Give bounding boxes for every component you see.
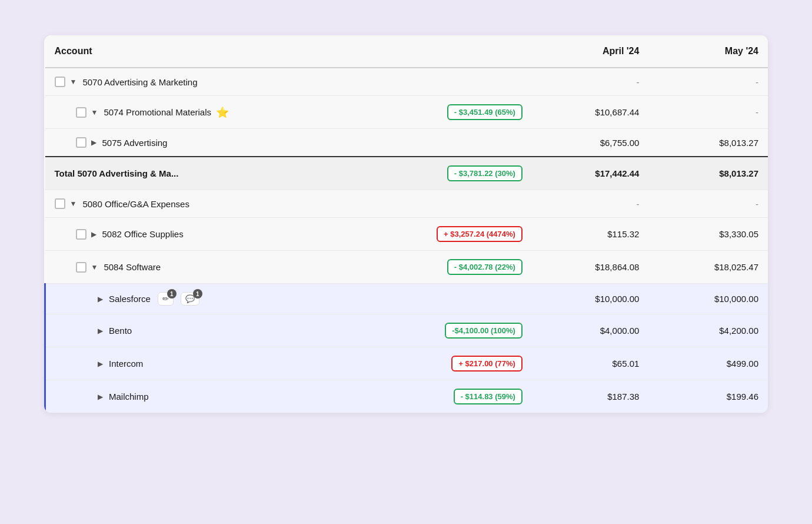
may-value: $8,013.27	[648, 129, 768, 157]
may-value: -	[648, 68, 768, 96]
badge-cell: - $3,451.49 (65%)	[346, 96, 530, 129]
account-header: Account	[45, 35, 347, 68]
collapse-arrow-icon[interactable]: ▼	[70, 78, 77, 86]
april-value: $187.38	[530, 380, 649, 413]
account-cell: ▼5080 Office/G&A Expenses	[45, 190, 347, 218]
april-value: -	[530, 68, 649, 96]
account-cell: ▶Bento	[45, 314, 347, 347]
badge-cell	[346, 68, 530, 96]
expand-arrow-icon[interactable]: ▶	[91, 230, 96, 238]
may-header: May '24	[648, 35, 768, 68]
financial-table: Account April '24 May '24 ▼5070 Advertis…	[44, 35, 768, 413]
account-cell: ▶5082 Office Supplies	[45, 218, 347, 251]
table-row: ▼5074 Promotional Materials⭐- $3,451.49 …	[45, 96, 768, 129]
table-row: ▶Salesforce✏1💬1$10,000.00$10,000.00	[45, 284, 768, 314]
may-value: $199.46	[648, 380, 768, 413]
change-badge: + $3,257.24 (4474%)	[437, 226, 523, 242]
pencil-icon-badge[interactable]: ✏1	[158, 292, 174, 306]
account-name: 5075 Advertising	[102, 138, 168, 148]
expand-arrow-icon[interactable]: ▶	[91, 138, 96, 147]
account-name: Total 5070 Advertising & Ma...	[55, 168, 179, 178]
badge-cell: - $114.83 (59%)	[346, 380, 530, 413]
april-value: $115.32	[530, 218, 649, 251]
table-header: Account April '24 May '24	[45, 35, 768, 68]
collapse-arrow-icon[interactable]: ▼	[91, 263, 98, 271]
row-checkbox[interactable]	[76, 107, 86, 118]
april-value: $65.01	[530, 347, 649, 380]
account-name: 5082 Office Supplies	[102, 229, 184, 239]
account-cell: ▶5075 Advertising	[45, 129, 347, 157]
row-checkbox[interactable]	[55, 198, 65, 209]
account-name: Intercom	[109, 359, 143, 369]
april-value: $10,000.00	[530, 284, 649, 314]
badge-cell	[346, 129, 530, 157]
table-row: ▶Intercom+ $217.00 (77%)$65.01$499.00	[45, 347, 768, 380]
badge-cell: - $4,002.78 (22%)	[346, 251, 530, 284]
table-row: ▶Bento-$4,100.00 (100%)$4,000.00$4,200.0…	[45, 314, 768, 347]
table-row: ▶Mailchimp- $114.83 (59%)$187.38$199.46	[45, 380, 768, 413]
table-row: ▶5075 Advertising$6,755.00$8,013.27	[45, 129, 768, 157]
row-checkbox[interactable]	[55, 77, 65, 87]
row-checkbox[interactable]	[76, 229, 86, 240]
april-value: $17,442.44	[530, 157, 649, 190]
expand-arrow-icon[interactable]: ▶	[98, 295, 103, 303]
april-value: $6,755.00	[530, 129, 649, 157]
change-badge: -$4,100.00 (100%)	[445, 323, 523, 339]
badge-cell: - $3,781.22 (30%)	[346, 157, 530, 190]
may-value: $4,200.00	[648, 314, 768, 347]
collapse-arrow-icon[interactable]: ▼	[91, 108, 98, 117]
badge-cell: -$4,100.00 (100%)	[346, 314, 530, 347]
april-header: April '24	[530, 35, 649, 68]
account-name: Bento	[109, 326, 132, 336]
april-value: $18,864.08	[530, 251, 649, 284]
badge-cell: + $217.00 (77%)	[346, 347, 530, 380]
star-icon[interactable]: ⭐	[216, 106, 229, 119]
account-cell: ▶Mailchimp	[45, 380, 347, 413]
expand-arrow-icon[interactable]: ▶	[98, 327, 103, 335]
april-value: $10,687.44	[530, 96, 649, 129]
account-name: 5084 Software	[104, 262, 161, 272]
account-name: 5080 Office/G&A Expenses	[82, 199, 189, 209]
april-value: $4,000.00	[530, 314, 649, 347]
account-cell: ▼5084 Software	[45, 251, 347, 284]
account-cell: Total 5070 Advertising & Ma...	[45, 157, 347, 190]
change-badge: - $3,451.49 (65%)	[447, 104, 523, 120]
account-name: 5074 Promotional Materials	[104, 107, 211, 117]
badge-cell: + $3,257.24 (4474%)	[346, 218, 530, 251]
badge-cell	[346, 284, 530, 314]
row-checkbox[interactable]	[76, 137, 86, 148]
expand-arrow-icon[interactable]: ▶	[98, 393, 103, 401]
account-cell: ▶Salesforce✏1💬1	[45, 284, 347, 314]
account-name: Salesforce	[109, 294, 151, 304]
change-badge: + $217.00 (77%)	[451, 356, 522, 372]
april-value: -	[530, 190, 649, 218]
account-cell: ▼5070 Advertising & Marketing	[45, 68, 347, 96]
account-cell: ▶Intercom	[45, 347, 347, 380]
account-name: Mailchimp	[109, 392, 149, 402]
badge-cell	[346, 190, 530, 218]
account-name: 5070 Advertising & Marketing	[82, 77, 197, 87]
table-row: ▶5082 Office Supplies+ $3,257.24 (4474%)…	[45, 218, 768, 251]
may-value: $8,013.27	[648, 157, 768, 190]
table-row: ▼5070 Advertising & Marketing--	[45, 68, 768, 96]
row-checkbox[interactable]	[76, 262, 86, 273]
may-value: $499.00	[648, 347, 768, 380]
change-badge: - $4,002.78 (22%)	[447, 259, 523, 275]
may-value: $18,025.47	[648, 251, 768, 284]
table-row: ▼5084 Software- $4,002.78 (22%)$18,864.0…	[45, 251, 768, 284]
collapse-arrow-icon[interactable]: ▼	[70, 200, 77, 208]
may-value: -	[648, 96, 768, 129]
change-badge: - $114.83 (59%)	[454, 389, 523, 404]
expand-arrow-icon[interactable]: ▶	[98, 360, 103, 368]
table-row: Total 5070 Advertising & Ma...- $3,781.2…	[45, 157, 768, 190]
may-value: -	[648, 190, 768, 218]
badge-header	[346, 35, 530, 68]
may-value: $10,000.00	[648, 284, 768, 314]
may-value: $3,330.05	[648, 218, 768, 251]
table-row: ▼5080 Office/G&A Expenses--	[45, 190, 768, 218]
chat-icon-badge[interactable]: 💬1	[181, 292, 199, 306]
account-cell: ▼5074 Promotional Materials⭐	[45, 96, 347, 129]
change-badge: - $3,781.22 (30%)	[447, 165, 523, 181]
